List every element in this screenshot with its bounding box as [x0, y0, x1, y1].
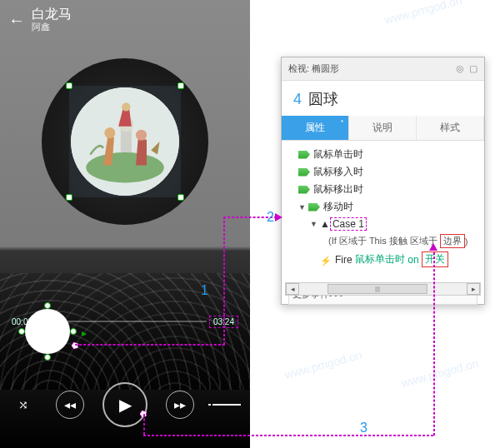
shuffle-button[interactable]: ⤭: [9, 391, 38, 419]
event-mouseleave[interactable]: 鼠标移出时: [285, 181, 481, 198]
arrow3-seg1: [143, 414, 145, 435]
fire-target: 开关: [422, 251, 448, 267]
widget-name-row: 4 圆球: [282, 81, 484, 116]
page-icon[interactable]: ▢: [469, 63, 478, 74]
widget-name[interactable]: 圆球: [308, 89, 338, 109]
locate-icon[interactable]: ◎: [456, 63, 464, 74]
play-button[interactable]: ▶: [102, 382, 148, 427]
action-fire[interactable]: ⚡ Fire 鼠标单击时 on 开关: [285, 250, 481, 269]
callout-1: 1: [201, 283, 208, 298]
event-click[interactable]: 鼠标单击时: [285, 146, 481, 163]
player-controls: ⤭ ◂◂ ▶ ▸▸: [0, 380, 250, 430]
next-button[interactable]: ▸▸: [166, 391, 194, 419]
arrow3-seg2: [143, 435, 433, 436]
callout-2: 2: [267, 210, 274, 225]
interactions-tree: 鼠标单击时 鼠标移入时 鼠标移出时 ▼移动时 ▼▲ Case 1 (If 区域于…: [282, 141, 484, 282]
arrow1-seg2: [223, 217, 225, 345]
event-mouseenter[interactable]: 鼠标移入时: [285, 163, 481, 181]
playlist-button[interactable]: [212, 391, 241, 419]
panel-title-text: 检视: 椭圆形: [288, 62, 339, 75]
scroll-thumb[interactable]: |||: [328, 284, 428, 294]
panel-tabs: 属性* 说明 样式: [282, 116, 484, 141]
song-title: 白龙马: [32, 7, 72, 22]
tab-description[interactable]: 说明: [349, 116, 417, 140]
song-artist: 阿鑫: [32, 21, 72, 33]
widget-index: 4: [293, 91, 302, 108]
prev-button[interactable]: ◂◂: [56, 391, 84, 419]
horizontal-scrollbar[interactable]: ◂ ||| ▸: [285, 282, 481, 296]
arrow3-seg3: [433, 248, 435, 436]
tab-style[interactable]: 样式: [417, 116, 484, 140]
arrow1-seg1: [75, 344, 225, 346]
move-arrow-icon: ▸: [82, 327, 87, 339]
bolt-icon: ⚡: [320, 256, 332, 264]
back-icon[interactable]: ←: [8, 11, 25, 30]
selection-ball[interactable]: ▸: [22, 306, 73, 357]
case-condition[interactable]: (If 区域于 This 接触 区域于 边界): [285, 232, 481, 250]
callout-3: 3: [360, 421, 368, 436]
inspector-panel: 检视: 椭圆形 ◎ ▢ 4 圆球 属性* 说明 样式 鼠标单击时 鼠标移入时 鼠…: [281, 57, 485, 305]
music-player-mockup: ← 白龙马 阿鑫 00:00: [0, 0, 250, 448]
tab-properties[interactable]: 属性*: [282, 116, 349, 140]
selection-box-album[interactable]: [68, 85, 182, 198]
panel-titlebar: 检视: 椭圆形 ◎ ▢: [282, 57, 484, 81]
arrow1-head: [275, 213, 282, 222]
arrow3-head: [429, 243, 438, 251]
scroll-left-button[interactable]: ◂: [286, 283, 299, 295]
scroll-right-button[interactable]: ▸: [467, 283, 480, 295]
event-move[interactable]: ▼移动时: [285, 198, 481, 216]
case-row[interactable]: ▼▲ Case 1: [285, 216, 481, 232]
condition-target: 边界: [440, 234, 465, 248]
player-header: ← 白龙马 阿鑫: [0, 0, 250, 40]
